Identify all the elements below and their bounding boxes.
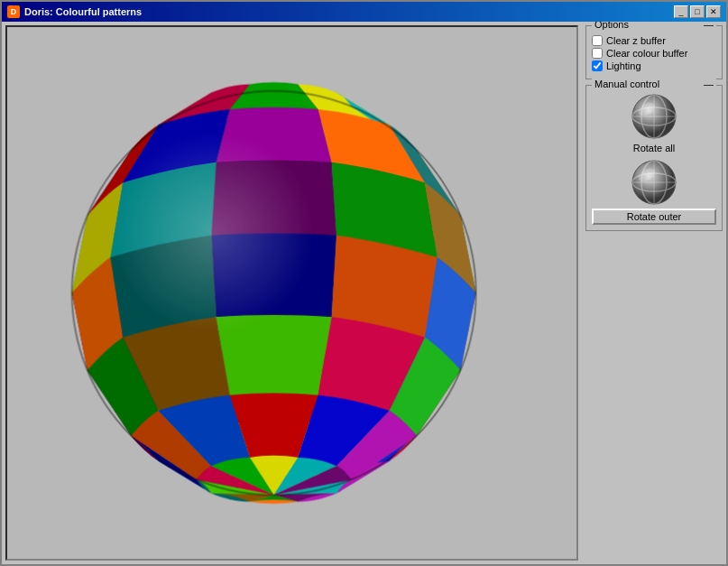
rotate-outer-section: Rotate outer [592,159,716,225]
lighting-checkbox[interactable] [592,60,603,71]
app-icon: D [7,5,20,18]
options-group-title: Options — [592,22,716,30]
clear-colour-checkbox[interactable] [592,48,603,59]
lighting-row: Lighting [592,60,716,71]
manual-control-minus: — [704,79,714,89]
close-button[interactable]: ✕ [706,5,721,18]
clear-z-label[interactable]: Clear z buffer [606,35,666,46]
rotate-all-trackball[interactable] [631,93,677,140]
minimize-button[interactable]: _ [674,5,688,18]
title-bar-left: D Doris: Colourful patterns [7,5,142,18]
window-title: Doris: Colourful patterns [24,6,142,17]
clear-z-row: Clear z buffer [592,35,716,46]
title-buttons: _ □ ✕ [674,5,721,18]
options-group: Options — Clear z buffer Clear colour bu… [585,25,723,79]
rotate-outer-trackball[interactable] [631,159,677,206]
maximize-button[interactable]: □ [690,5,705,18]
main-window: D Doris: Colourful patterns _ □ ✕ Option… [0,0,728,566]
clear-z-checkbox[interactable] [592,35,603,46]
rotate-all-label: Rotate all [633,143,675,153]
options-content: Clear z buffer Clear colour buffer Light… [592,35,716,71]
manual-control-label: Manual control [594,79,659,89]
clear-colour-label[interactable]: Clear colour buffer [606,48,687,59]
rotate-all-section: Rotate all [592,93,716,153]
options-minus: — [704,22,714,30]
lighting-label[interactable]: Lighting [606,60,641,71]
clear-colour-row: Clear colour buffer [592,48,716,59]
viewport-canvas[interactable] [5,25,578,561]
3d-render-canvas[interactable] [7,27,576,559]
manual-control-title: Manual control — [592,79,716,89]
rotate-outer-button[interactable]: Rotate outer [592,209,716,225]
right-panel: Options — Clear z buffer Clear colour bu… [582,22,726,564]
manual-control-group: Manual control — [585,85,723,231]
options-label: Options [594,22,629,30]
title-bar: D Doris: Colourful patterns _ □ ✕ [2,2,726,22]
content-area: Options — Clear z buffer Clear colour bu… [2,22,726,564]
